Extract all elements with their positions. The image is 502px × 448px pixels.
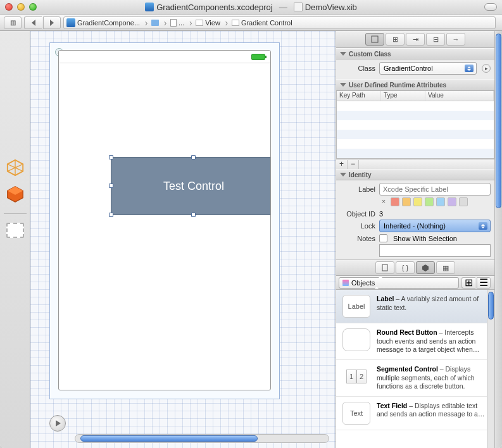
identity-header[interactable]: Identity bbox=[336, 169, 494, 180]
disclosure-triangle-icon bbox=[340, 52, 346, 56]
color-swatch[interactable] bbox=[413, 197, 422, 206]
related-items-button[interactable]: ▥ bbox=[4, 16, 22, 29]
inspector-tabs: ⊞ ⇥ ⊟ → bbox=[336, 31, 494, 48]
minimize-window-button[interactable] bbox=[17, 3, 25, 11]
resize-handle-sw[interactable] bbox=[109, 213, 113, 217]
crumb-project: GradientCompone... bbox=[77, 19, 140, 27]
custom-class-header[interactable]: Custom Class bbox=[336, 48, 494, 59]
show-with-selection-checkbox[interactable] bbox=[379, 234, 387, 242]
user-attrs-table[interactable]: Key Path Type Value bbox=[336, 90, 494, 159]
canvas[interactable]: × Test Control bbox=[30, 31, 336, 448]
titlebar-pill-button[interactable] bbox=[484, 3, 497, 11]
library-item-button[interactable]: Round Rect Button – Intercepts touch eve… bbox=[336, 323, 494, 360]
document-title: DemoView.xib bbox=[305, 3, 357, 12]
device-view[interactable]: Test Control bbox=[58, 50, 271, 390]
control-label: Test Control bbox=[163, 180, 224, 193]
attributes-inspector-tab[interactable]: ⇥ bbox=[406, 33, 425, 46]
library-filter-bar: Objects ⊞ ☰ bbox=[336, 276, 494, 290]
crumb-sep: › bbox=[224, 16, 229, 29]
forward-button[interactable] bbox=[43, 16, 61, 29]
combobox-stepper-icon[interactable] bbox=[465, 65, 474, 72]
disclosure-triangle-icon bbox=[340, 173, 346, 177]
xcode-window: GradientComponents.xcodeproj — DemoView.… bbox=[0, 0, 502, 448]
item-thumb: Text bbox=[342, 402, 370, 425]
remove-attr-button[interactable]: − bbox=[348, 160, 359, 169]
jump-to-class-button[interactable]: ▸ bbox=[482, 64, 491, 73]
lock-popup[interactable]: Inherited - (Nothing) bbox=[379, 220, 491, 232]
resize-handle-s[interactable] bbox=[191, 213, 196, 217]
list-view-button[interactable]: ☰ bbox=[477, 277, 491, 289]
clear-color-button[interactable]: × bbox=[379, 197, 388, 206]
object-library-tab[interactable] bbox=[416, 261, 435, 274]
color-swatch[interactable] bbox=[391, 197, 399, 206]
color-swatch[interactable] bbox=[448, 197, 456, 206]
project-icon bbox=[145, 3, 154, 11]
col-value[interactable]: Value bbox=[425, 91, 494, 101]
library-item-segmented[interactable]: 12 Segmented Control – Displays multiple… bbox=[336, 360, 494, 397]
objects-icon bbox=[342, 280, 349, 286]
notes-checkbox-label: Show With Selection bbox=[393, 235, 457, 242]
view-icon bbox=[196, 20, 203, 26]
color-swatch[interactable] bbox=[402, 197, 411, 206]
breadcrumb[interactable]: GradientCompone... › › ... › View › Grad… bbox=[63, 16, 496, 29]
resize-handle-n[interactable] bbox=[191, 155, 196, 159]
crumb-sep: › bbox=[188, 16, 193, 29]
col-keypath[interactable]: Key Path bbox=[337, 91, 381, 101]
file-icon bbox=[170, 19, 177, 27]
color-swatch[interactable] bbox=[425, 197, 434, 206]
resize-handle-nw[interactable] bbox=[109, 155, 113, 159]
class-combobox[interactable]: GradientControl bbox=[379, 62, 477, 75]
item-text: Segmented Control – Displays multiple se… bbox=[377, 365, 488, 391]
file-template-library-tab[interactable] bbox=[375, 261, 394, 274]
library-scrollbar[interactable] bbox=[487, 290, 494, 448]
simulate-button[interactable] bbox=[49, 415, 66, 432]
media-library-tab[interactable]: ▦ bbox=[436, 261, 455, 274]
placeholder-object-icon[interactable] bbox=[5, 158, 25, 178]
inspector-scrollbar[interactable] bbox=[494, 31, 502, 448]
item-thumb: 12 bbox=[342, 365, 370, 388]
library-item-label[interactable]: Label Label – A variably sized amount of… bbox=[336, 290, 494, 323]
object-id-label: Object ID bbox=[340, 210, 375, 218]
identity-inspector-tab[interactable] bbox=[365, 33, 384, 46]
user-attrs-header[interactable]: User Defined Runtime Attributes bbox=[336, 79, 494, 90]
crumb-sep: › bbox=[144, 16, 149, 29]
popup-caret-icon bbox=[479, 222, 487, 230]
library-list[interactable]: Label Label – A variably sized amount of… bbox=[336, 290, 494, 448]
quickhelp-inspector-tab[interactable]: ⊞ bbox=[386, 33, 405, 46]
selected-control[interactable]: Test Control bbox=[111, 157, 271, 215]
color-swatch[interactable] bbox=[459, 197, 468, 206]
size-inspector-tab[interactable]: ⊟ bbox=[426, 33, 445, 46]
zoom-window-button[interactable] bbox=[29, 3, 37, 11]
library-filter-popup[interactable]: Objects bbox=[339, 277, 459, 289]
library-item-textfield[interactable]: Text Text Field – Displays editable text… bbox=[336, 397, 494, 430]
titlebar: GradientComponents.xcodeproj — DemoView.… bbox=[0, 0, 502, 15]
class-label: Class bbox=[340, 65, 375, 72]
status-bar bbox=[59, 51, 270, 63]
control-icon bbox=[232, 20, 239, 26]
scrollbar-thumb[interactable] bbox=[80, 435, 258, 442]
scrollbar-thumb[interactable] bbox=[496, 34, 501, 208]
col-type[interactable]: Type bbox=[381, 91, 425, 101]
resize-handle-w[interactable] bbox=[109, 184, 113, 188]
connections-inspector-tab[interactable]: → bbox=[446, 33, 465, 46]
view-object-icon[interactable] bbox=[6, 223, 24, 238]
close-window-button[interactable] bbox=[5, 3, 13, 11]
scrollbar-thumb[interactable] bbox=[488, 292, 494, 320]
dock-sidebar bbox=[0, 31, 30, 448]
first-responder-icon[interactable] bbox=[5, 184, 25, 204]
code-snippet-library-tab[interactable]: { } bbox=[396, 261, 415, 274]
battery-icon bbox=[251, 54, 265, 60]
svg-rect-7 bbox=[382, 264, 387, 271]
notes-field[interactable] bbox=[379, 244, 491, 257]
crumb-view: View bbox=[205, 19, 220, 27]
window-title: GradientComponents.xcodeproj — DemoView.… bbox=[0, 0, 502, 15]
identity-label-field[interactable] bbox=[379, 183, 491, 196]
back-button[interactable] bbox=[24, 16, 42, 29]
attrs-rows[interactable] bbox=[337, 101, 494, 158]
canvas-hscrollbar[interactable] bbox=[75, 434, 329, 443]
grid-view-button[interactable]: ⊞ bbox=[461, 277, 475, 289]
add-attr-button[interactable]: + bbox=[336, 160, 348, 169]
project-icon bbox=[66, 18, 75, 27]
color-swatch[interactable] bbox=[436, 197, 445, 206]
item-text: Text Field – Displays editable text and … bbox=[377, 402, 488, 419]
